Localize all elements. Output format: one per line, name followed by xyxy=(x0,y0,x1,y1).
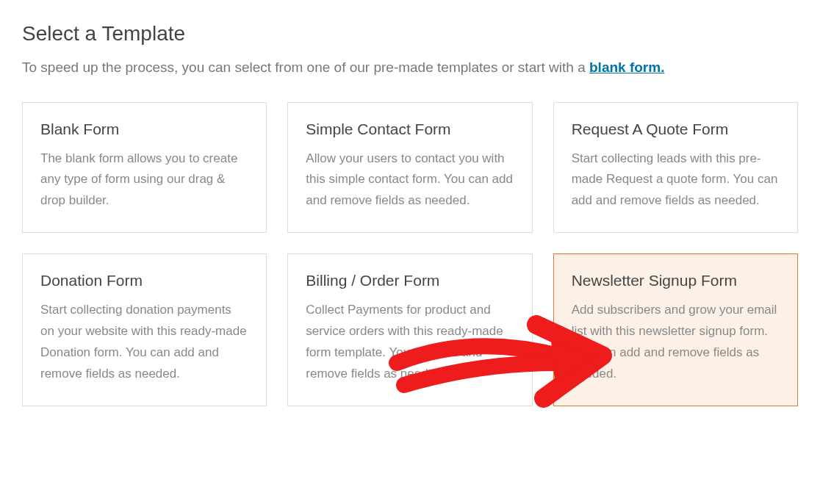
card-title: Simple Contact Form xyxy=(306,120,514,138)
page-subtitle: To speed up the process, you can select … xyxy=(22,57,798,79)
template-grid: Blank Form The blank form allows you to … xyxy=(22,102,798,406)
card-desc: Allow your users to contact you with thi… xyxy=(306,148,514,212)
page-title: Select a Template xyxy=(22,22,798,46)
template-card-billing-order-form[interactable]: Billing / Order Form Collect Payments fo… xyxy=(287,253,532,406)
template-card-simple-contact-form[interactable]: Simple Contact Form Allow your users to … xyxy=(287,102,532,234)
card-title: Newsletter Signup Form xyxy=(572,272,780,289)
card-desc: Collect Payments for product and service… xyxy=(306,300,514,385)
template-card-donation-form[interactable]: Donation Form Start collecting donation … xyxy=(22,253,267,406)
template-card-request-quote-form[interactable]: Request A Quote Form Start collecting le… xyxy=(553,102,798,234)
blank-form-link[interactable]: blank form. xyxy=(589,60,664,75)
card-title: Blank Form xyxy=(40,120,248,138)
card-title: Billing / Order Form xyxy=(306,272,514,289)
card-title: Request A Quote Form xyxy=(572,120,780,138)
card-title: Donation Form xyxy=(40,272,248,289)
template-card-blank-form[interactable]: Blank Form The blank form allows you to … xyxy=(22,102,267,234)
card-desc: Start collecting donation payments on yo… xyxy=(40,300,248,385)
subtitle-text: To speed up the process, you can select … xyxy=(22,60,589,75)
card-desc: The blank form allows you to create any … xyxy=(40,148,248,212)
template-card-newsletter-signup-form[interactable]: Newsletter Signup Form Add subscribers a… xyxy=(553,253,798,406)
card-desc: Add subscribers and grow your email list… xyxy=(572,300,780,385)
card-desc: Start collecting leads with this pre-mad… xyxy=(572,148,780,212)
